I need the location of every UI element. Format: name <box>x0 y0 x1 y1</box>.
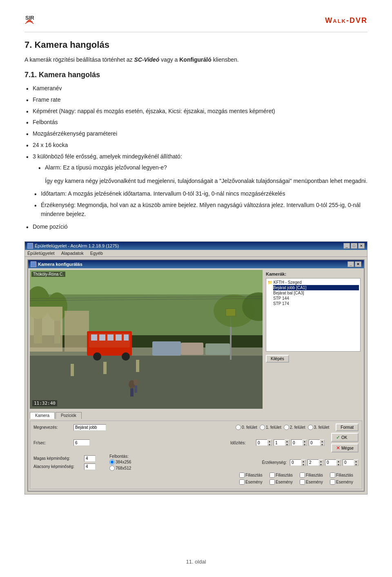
tree-item-ca1[interactable]: Bejárat jobb [CA1] <box>273 285 359 290</box>
outer-titlebar-left: Épületfelügyelet - AccAlrm 1.2.18.9 (127… <box>27 243 119 249</box>
esemeny-2-wrap: Esemény <box>300 479 328 485</box>
esemeny-3-checkbox[interactable] <box>330 479 335 485</box>
tree-item-stp174[interactable]: STP 174 <box>273 301 359 306</box>
close-button[interactable]: ✕ <box>358 243 365 249</box>
surface-1-radio-input[interactable] <box>260 425 265 430</box>
alarm-3-wrap: Filiasztás <box>330 472 359 478</box>
surface-1-radio: 1. felület <box>260 425 281 430</box>
frpsec-input[interactable] <box>74 439 90 446</box>
tree-item-ca3[interactable]: Bejárat bal [CA3] <box>273 290 359 296</box>
tree-item-stp144[interactable]: STP 144 <box>273 296 359 301</box>
idozites-3-down[interactable]: ▼ <box>320 443 325 446</box>
alarm-2-checkbox[interactable] <box>300 472 305 478</box>
svg-point-30 <box>134 379 138 385</box>
megse-button[interactable]: ✕ Mégse <box>331 443 359 452</box>
idozites-1-up[interactable]: ▲ <box>285 439 290 443</box>
camera-timestamp: 11:32:40 <box>32 400 57 406</box>
alacsony-kepminoseg-input[interactable] <box>84 463 96 470</box>
tree-indent: Bejárat jobb [CA1] Bejárat bal [CA3] STP… <box>267 285 359 306</box>
svg-rect-16 <box>91 334 97 341</box>
ok-button[interactable]: ✓ OK <box>331 433 359 442</box>
idozites-2-spinner: ▲ ▼ <box>302 439 307 446</box>
erzekenyseq-3-down[interactable]: ▼ <box>354 463 359 466</box>
esemeny-1-checkbox[interactable] <box>270 479 275 485</box>
surface-2-label: 2. felület <box>290 425 305 430</box>
svg-point-21 <box>93 352 101 361</box>
tree-item-kfth[interactable]: 📁 KFTH - Szeged <box>267 280 359 285</box>
esemeny-0-wrap: Esemény <box>239 479 268 485</box>
surface-2-radio-input[interactable] <box>284 425 289 430</box>
idozites-3-input[interactable] <box>309 439 320 446</box>
camera-label: Thököly-Róna C. <box>31 272 65 277</box>
alarm-1-checkbox[interactable] <box>270 472 275 478</box>
bullet-kepmiret: Képméret (Nagy: nappal és mozgás esetén,… <box>24 107 368 116</box>
idozites-3-up[interactable]: ▲ <box>320 439 325 443</box>
erzekenyseq-1-down[interactable]: ▼ <box>318 463 323 466</box>
inner-titlebar-text: Kamera konfigurálás <box>38 262 82 267</box>
idozites-1-input[interactable] <box>274 439 285 446</box>
esemeny-0-label: Esemény <box>245 480 263 484</box>
inner-minimize-button[interactable]: _ <box>347 261 354 267</box>
minimize-button[interactable]: _ <box>343 243 350 249</box>
menu-epuletfelugyelat[interactable]: Épületügyelet <box>27 251 55 256</box>
erzekenyseq-1-up[interactable]: ▲ <box>318 459 323 463</box>
main-bullet-list: Kameranév Frame rate Képméret (Nagy: nap… <box>24 84 368 172</box>
idozites-0-input[interactable] <box>256 439 267 446</box>
erzekenyseq-2-up[interactable]: ▲ <box>336 459 341 463</box>
idozites-2-up[interactable]: ▲ <box>302 439 307 443</box>
page-number: 11. oldal <box>186 559 206 565</box>
alarm-0-checkbox[interactable] <box>239 472 245 478</box>
idozites-0-up[interactable]: ▲ <box>267 439 272 443</box>
section-heading: 7. Kamera hangolás <box>24 40 368 50</box>
megnevezes-input[interactable] <box>74 424 106 431</box>
erzekenyseq-3-input[interactable] <box>343 459 354 466</box>
erzekenyseq-2-input[interactable] <box>325 459 336 466</box>
alarm-3-checkbox[interactable] <box>330 472 335 478</box>
idozites-2-down[interactable]: ▼ <box>302 443 307 446</box>
felbontas-768-radio[interactable] <box>109 466 115 471</box>
outer-titlebar-text: Épületfelügyelet - AccAlrm 1.2.18.9 (127… <box>35 243 119 248</box>
inner-close-button[interactable]: ✕ <box>355 261 361 267</box>
logo: SIR <box>24 12 45 29</box>
sub-bullet-list: Alarm: Ez a típusú mozgás jelzővonal leg… <box>37 163 368 172</box>
magas-kepminoseg-input[interactable] <box>84 455 96 462</box>
idozites-0-down[interactable]: ▼ <box>267 443 272 446</box>
svg-rect-19 <box>116 334 122 341</box>
svg-rect-13 <box>136 360 139 372</box>
erzekenyseq-0-up[interactable]: ▲ <box>301 459 306 463</box>
camera-tree: 📁 KFTH - Szeged Bejárat jobb [CA1] Bejár… <box>266 278 361 352</box>
surface-0-radio-input[interactable] <box>236 425 241 430</box>
felbontas-384-radio[interactable] <box>109 459 115 465</box>
alarm-2-wrap: Filiasztás <box>300 472 328 478</box>
menu-alapadatok[interactable]: Alapadatok <box>61 251 84 256</box>
felbontas-768-row: 768x512 <box>109 466 146 471</box>
alarm-1-label: Filiasztás <box>276 473 293 477</box>
erzekenyseq-0-input[interactable] <box>290 459 301 466</box>
esemeny-0-checkbox[interactable] <box>239 479 245 485</box>
felbontas-label: Felbontás: <box>109 454 146 459</box>
esemeny-3-wrap: Esemény <box>330 479 359 485</box>
cameras-panel-label: Kamerák: <box>266 272 361 276</box>
bullet-idotartam: Időtartam: A mozgás jelzésének időtartam… <box>33 189 368 198</box>
surface-3-radio-input[interactable] <box>308 425 313 430</box>
menu-egyeb[interactable]: Egyéb <box>90 251 103 256</box>
alarm-3-label: Filiasztás <box>336 473 353 477</box>
idozites-2-input[interactable] <box>291 439 303 446</box>
exit-button[interactable]: Kilépés <box>266 355 289 363</box>
erzekenyseq-0-down[interactable]: ▼ <box>301 463 306 466</box>
esemeny-2-checkbox[interactable] <box>300 479 305 485</box>
idozites-0-wrap: ▲ ▼ <box>256 439 272 446</box>
idozites-1-spinner: ▲ ▼ <box>285 439 290 446</box>
tab-kamera[interactable]: Kamera <box>30 412 55 419</box>
erzekenyseq-2-down[interactable]: ▼ <box>336 463 341 466</box>
svg-rect-3 <box>30 352 263 409</box>
maximize-button[interactable]: □ <box>351 243 357 249</box>
idozites-1-down[interactable]: ▼ <box>285 443 290 446</box>
outer-window-icon <box>27 243 33 249</box>
tab-poziciok[interactable]: Pozíciók <box>56 412 82 419</box>
erzekenyseq-3-up[interactable]: ▲ <box>354 459 359 463</box>
bottom-fields: Megnevezés: 0. felület 1. felület <box>30 421 362 489</box>
inner-window: Kamera konfigurálás _ ✕ Thököly-Róna C. <box>27 259 365 492</box>
erzekenyseq-1-input[interactable] <box>307 459 319 466</box>
format-button[interactable]: Format <box>336 423 359 431</box>
